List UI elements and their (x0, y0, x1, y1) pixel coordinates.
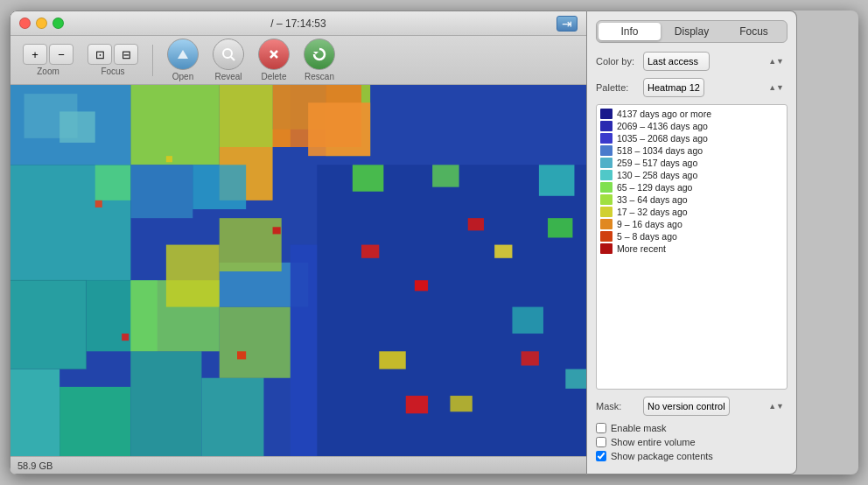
palette-select[interactable]: Heatmap 12 Rainbow Grayscale (643, 78, 704, 97)
legend-item-label: 2069 – 4136 days ago (617, 121, 708, 131)
zoom-out-button[interactable]: − (49, 44, 74, 65)
reveal-tool: Reveal (207, 39, 249, 81)
title-bar: / – 17:14:53 ⇥ (10, 11, 586, 36)
focus-out-button[interactable]: ⊟ (114, 44, 138, 65)
svg-rect-22 (361, 245, 379, 258)
svg-rect-30 (539, 165, 575, 196)
svg-rect-18 (130, 165, 192, 218)
delete-button[interactable] (258, 39, 290, 70)
main-window: / – 17:14:53 ⇥ + − Zoom ⊡ ⊟ Focus (10, 11, 587, 474)
drawer-panel: Info Display Focus Color by: Last access… (587, 11, 797, 474)
legend-color-swatch (600, 243, 612, 254)
legend-item: 33 – 64 days ago (600, 194, 783, 205)
svg-rect-31 (512, 307, 543, 334)
zoom-tool: + − Zoom (18, 44, 79, 76)
svg-rect-9 (10, 369, 60, 456)
svg-rect-32 (565, 369, 586, 389)
legend-item-label: 9 – 16 days ago (617, 219, 682, 229)
legend-item-label: 33 – 64 days ago (617, 194, 688, 205)
color-by-select[interactable]: Last access Last modified File kind (643, 52, 710, 71)
minimize-button[interactable] (36, 18, 47, 29)
svg-rect-7 (10, 280, 87, 369)
svg-rect-44 (290, 245, 317, 456)
legend-item-label: 1035 – 2068 days ago (617, 133, 708, 144)
svg-rect-46 (220, 218, 282, 271)
enable-mask-label[interactable]: Enable mask (611, 423, 667, 433)
legend-color-swatch (600, 121, 612, 131)
mask-wrapper: No version control Git SVN ▲▼ (643, 397, 788, 416)
legend-item: 5 – 8 days ago (600, 231, 783, 242)
zoom-in-button[interactable]: + (23, 44, 47, 65)
legend-item: 2069 – 4136 days ago (600, 121, 783, 131)
palette-wrapper: Heatmap 12 Rainbow Grayscale ▲▼ (643, 78, 788, 97)
mask-select[interactable]: No version control Git SVN (643, 397, 730, 416)
palette-row: Palette: Heatmap 12 Rainbow Grayscale ▲▼ (596, 78, 788, 97)
show-entire-volume-row: Show entire volume (596, 437, 788, 447)
tab-focus[interactable]: Focus (723, 23, 785, 40)
svg-marker-4 (313, 52, 318, 54)
svg-rect-10 (60, 387, 130, 456)
legend-item: 17 – 32 days ago (600, 207, 783, 217)
legend-item-label: 518 – 1034 days ago (617, 145, 703, 156)
disk-size: 58.9 GB (18, 460, 52, 471)
legend-color-swatch (600, 158, 612, 168)
legend-item: 130 – 258 days ago (600, 170, 783, 180)
svg-rect-47 (95, 200, 102, 207)
rescan-button[interactable] (304, 39, 335, 70)
svg-rect-35 (548, 218, 572, 237)
svg-rect-45 (166, 245, 220, 307)
enable-mask-row: Enable mask (596, 423, 788, 433)
legend-box: 4137 days ago or more2069 – 4136 days ag… (596, 104, 788, 390)
svg-rect-39 (130, 351, 201, 456)
legend-item: 518 – 1034 days ago (600, 145, 783, 156)
svg-rect-38 (60, 111, 95, 143)
tab-display[interactable]: Display (661, 23, 723, 40)
status-bar: 58.9 GB (10, 456, 586, 474)
legend-color-swatch (600, 194, 612, 205)
svg-rect-51 (122, 334, 129, 341)
palette-arrow-icon: ▲▼ (768, 83, 784, 92)
drawer-button[interactable]: ⇥ (556, 16, 578, 32)
open-tool: Open (162, 39, 204, 81)
legend-item: 65 – 129 days ago (600, 182, 783, 193)
show-entire-volume-checkbox[interactable] (596, 437, 606, 447)
show-package-contents-checkbox[interactable] (596, 451, 606, 461)
legend-item-label: 17 – 32 days ago (617, 207, 688, 217)
tab-info[interactable]: Info (598, 23, 661, 40)
svg-point-0 (223, 49, 232, 58)
legend-color-swatch (600, 219, 612, 229)
close-button[interactable] (19, 18, 31, 29)
maximize-button[interactable] (52, 18, 64, 29)
svg-line-1 (231, 57, 234, 60)
rescan-tool: Rescan (298, 39, 340, 81)
tab-bar: Info Display Focus (596, 20, 788, 43)
palette-label: Palette: (596, 82, 638, 93)
delete-tool: Delete (253, 39, 295, 81)
open-button[interactable] (167, 39, 199, 70)
svg-rect-50 (237, 351, 246, 359)
show-package-contents-row: Show package contents (596, 451, 788, 461)
focus-in-button[interactable]: ⊡ (88, 44, 112, 65)
show-entire-volume-label[interactable]: Show entire volume (611, 437, 696, 447)
legend-item: 1035 – 2068 days ago (600, 133, 783, 144)
svg-rect-25 (522, 351, 539, 365)
svg-rect-27 (379, 351, 405, 369)
enable-mask-checkbox[interactable] (596, 423, 606, 433)
show-package-contents-label[interactable]: Show package contents (611, 451, 713, 461)
svg-rect-40 (201, 378, 263, 456)
heatmap-area[interactable] (10, 85, 586, 456)
legend-color-swatch (600, 145, 612, 156)
mask-arrow-icon: ▲▼ (768, 402, 784, 411)
legend-item-label: 130 – 258 days ago (617, 170, 697, 180)
svg-rect-34 (432, 165, 458, 186)
mask-row: Mask: No version control Git SVN ▲▼ (596, 397, 788, 416)
legend-item-label: 4137 days ago or more (617, 109, 711, 119)
svg-rect-17 (308, 102, 370, 156)
reveal-label: Reveal (214, 72, 242, 81)
svg-rect-23 (415, 280, 428, 291)
legend-color-swatch (600, 133, 612, 144)
legend-color-swatch (600, 170, 612, 180)
color-by-row: Color by: Last access Last modified File… (596, 52, 788, 71)
reveal-button[interactable] (213, 39, 244, 70)
legend-item: 4137 days ago or more (600, 109, 783, 119)
